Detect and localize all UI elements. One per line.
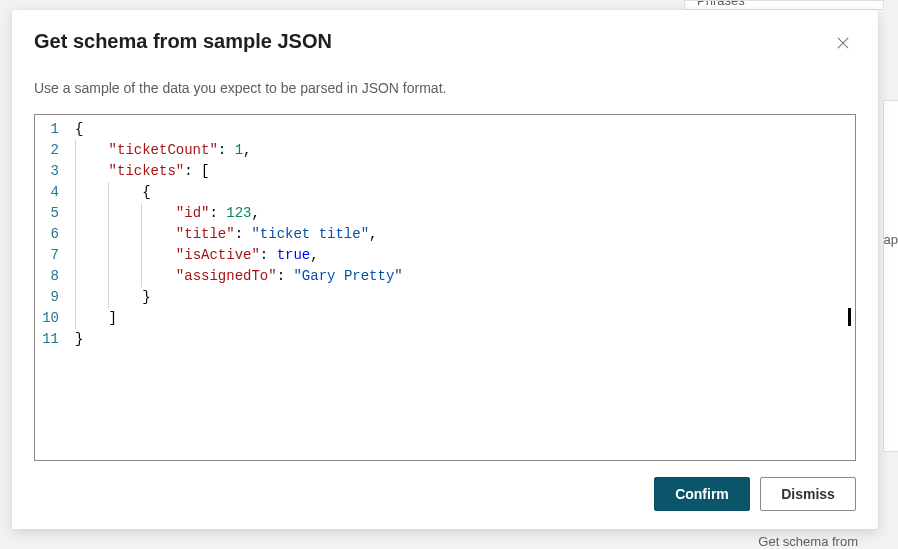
code-token: "id" xyxy=(176,205,210,221)
indent-guide xyxy=(75,161,76,182)
dialog-subtitle: Use a sample of the data you expect to b… xyxy=(34,80,856,96)
confirm-button[interactable]: Confirm xyxy=(654,477,750,511)
code-token: [ xyxy=(201,163,209,179)
code-line: "isActive": true, xyxy=(71,245,855,266)
code-token: : xyxy=(218,142,235,158)
code-token: "title" xyxy=(176,226,235,242)
indent-guide xyxy=(141,266,142,287)
indent-guide xyxy=(141,224,142,245)
line-number: 11 xyxy=(35,329,59,350)
code-token: "tickets" xyxy=(109,163,185,179)
indent-guide xyxy=(108,266,109,287)
close-button[interactable] xyxy=(830,30,856,56)
code-token xyxy=(75,142,109,158)
code-token: , xyxy=(243,142,251,158)
code-line: "title": "ticket title", xyxy=(71,224,855,245)
code-token: , xyxy=(251,205,259,221)
background-side-panel xyxy=(883,100,898,452)
code-token: : xyxy=(235,226,252,242)
line-number: 5 xyxy=(35,203,59,224)
code-token xyxy=(75,163,109,179)
line-number: 9 xyxy=(35,287,59,308)
code-token: "ticketCount" xyxy=(109,142,218,158)
code-token xyxy=(75,205,176,221)
code-token xyxy=(75,226,176,242)
editor-code-area[interactable]: { "ticketCount": 1, "tickets": [ { "id":… xyxy=(67,115,855,460)
dialog-title: Get schema from sample JSON xyxy=(34,30,332,53)
indent-guide xyxy=(75,266,76,287)
code-token: true xyxy=(277,247,311,263)
code-line: } xyxy=(71,329,855,350)
code-token: : xyxy=(209,205,226,221)
code-token: : xyxy=(277,268,294,284)
indent-guide xyxy=(141,245,142,266)
code-token: { xyxy=(75,121,83,137)
line-number: 7 xyxy=(35,245,59,266)
code-token: { xyxy=(142,184,150,200)
code-token: "isActive" xyxy=(176,247,260,263)
schema-dialog: Get schema from sample JSON Use a sample… xyxy=(12,10,878,529)
indent-guide xyxy=(75,245,76,266)
indent-guide xyxy=(141,203,142,224)
code-line: "ticketCount": 1, xyxy=(71,140,855,161)
json-editor[interactable]: 1234567891011 { "ticketCount": 1, "ticke… xyxy=(34,114,856,461)
code-token xyxy=(75,247,176,263)
code-line: "assignedTo": "Gary Pretty" xyxy=(71,266,855,287)
code-token: : xyxy=(184,163,201,179)
code-token: } xyxy=(75,331,83,347)
code-line: ] xyxy=(71,308,855,329)
code-token: , xyxy=(310,247,318,263)
line-number: 6 xyxy=(35,224,59,245)
indent-guide xyxy=(108,182,109,203)
line-number: 10 xyxy=(35,308,59,329)
editor-gutter: 1234567891011 xyxy=(35,115,67,460)
background-tab-label: Phrases xyxy=(697,0,745,8)
line-number: 3 xyxy=(35,161,59,182)
close-icon xyxy=(836,36,850,50)
indent-guide xyxy=(108,224,109,245)
dialog-footer: Confirm Dismiss xyxy=(34,477,856,511)
indent-guide xyxy=(75,140,76,161)
code-token: "Gary Pretty" xyxy=(293,268,402,284)
indent-guide xyxy=(108,287,109,308)
background-side-fragment: ap xyxy=(884,232,898,247)
code-line: } xyxy=(71,287,855,308)
code-token: 1 xyxy=(235,142,243,158)
code-token: , xyxy=(369,226,377,242)
code-token: ] xyxy=(109,310,117,326)
dismiss-button[interactable]: Dismiss xyxy=(760,477,856,511)
code-token: "ticket title" xyxy=(251,226,369,242)
code-token: : xyxy=(260,247,277,263)
code-token xyxy=(75,310,109,326)
code-line: "tickets": [ xyxy=(71,161,855,182)
dialog-header: Get schema from sample JSON xyxy=(34,30,856,56)
indent-guide xyxy=(75,287,76,308)
code-token xyxy=(75,268,176,284)
background-tab-phrases: Phrases xyxy=(684,0,884,10)
indent-guide xyxy=(108,203,109,224)
code-token: } xyxy=(142,289,150,305)
line-number: 2 xyxy=(35,140,59,161)
indent-guide xyxy=(108,245,109,266)
indent-guide xyxy=(75,203,76,224)
code-line: { xyxy=(71,119,855,140)
editor-caret xyxy=(848,308,851,326)
indent-guide xyxy=(75,182,76,203)
line-number: 1 xyxy=(35,119,59,140)
line-number: 8 xyxy=(35,266,59,287)
code-token: "assignedTo" xyxy=(176,268,277,284)
code-token: 123 xyxy=(226,205,251,221)
line-number: 4 xyxy=(35,182,59,203)
indent-guide xyxy=(75,224,76,245)
indent-guide xyxy=(75,308,76,329)
code-line: "id": 123, xyxy=(71,203,855,224)
code-line: { xyxy=(71,182,855,203)
background-bottom-fragment: Get schema from xyxy=(758,534,858,549)
